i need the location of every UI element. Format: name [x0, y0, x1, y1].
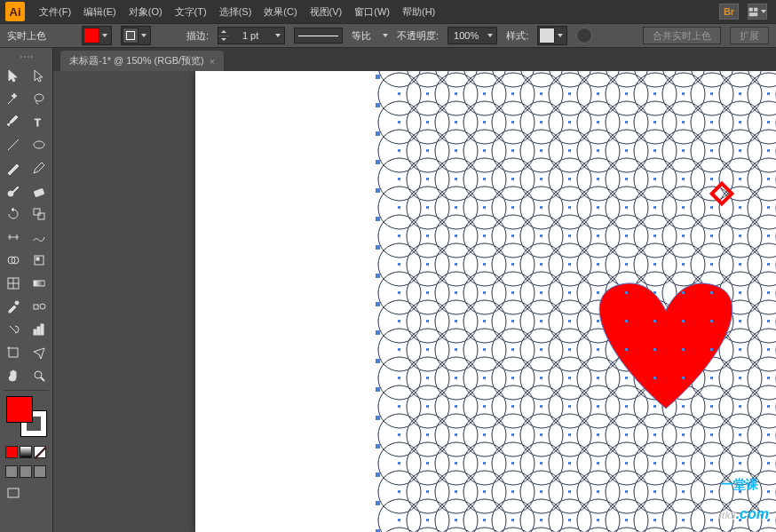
svg-rect-423 [568, 206, 571, 209]
svg-rect-375 [568, 121, 571, 123]
menu-file[interactable]: 文件(F) [34, 3, 76, 21]
magic-wand-icon[interactable] [0, 87, 27, 110]
opacity-input[interactable] [447, 27, 497, 44]
document-tab-bar: 未标题-1* @ 150% (RGB/预览) × [53, 48, 776, 71]
mesh-icon[interactable] [0, 272, 27, 295]
pencil-icon[interactable] [27, 156, 53, 179]
svg-rect-583 [568, 490, 571, 493]
scale-icon[interactable] [27, 202, 53, 226]
svg-rect-394 [653, 149, 656, 152]
svg-rect-458 [653, 263, 656, 266]
live-paint-icon[interactable] [27, 249, 53, 272]
menu-view[interactable]: 视图(V) [305, 3, 348, 21]
svg-rect-325 [376, 217, 380, 221]
direct-selection-icon[interactable] [27, 64, 53, 87]
svg-line-29 [41, 377, 44, 381]
svg-rect-414 [767, 178, 770, 180]
style-swatch[interactable] [537, 26, 567, 45]
svg-rect-574 [767, 462, 770, 465]
expand-button[interactable]: 扩展 [730, 27, 769, 44]
solid-color-icon[interactable] [5, 446, 18, 458]
width-icon[interactable] [0, 226, 27, 249]
eraser-icon[interactable] [27, 179, 53, 202]
svg-rect-476 [710, 291, 713, 294]
eyedropper-icon[interactable] [0, 295, 27, 318]
symbol-spray-icon[interactable] [0, 318, 27, 341]
ellipse-icon[interactable] [27, 133, 53, 156]
brush-icon[interactable] [0, 156, 27, 179]
canvas[interactable]: 一堂课 itk3.com [53, 71, 776, 532]
fill-stroke-control[interactable] [6, 396, 47, 437]
scale-label: 等比 [352, 29, 371, 43]
arrange-documents-icon[interactable] [748, 4, 767, 20]
svg-rect-391 [568, 149, 571, 152]
slice-icon[interactable] [27, 341, 53, 364]
svg-rect-324 [376, 188, 380, 193]
svg-rect-587 [682, 490, 685, 493]
svg-rect-467 [455, 291, 457, 294]
menu-select[interactable]: 选择(S) [214, 3, 257, 21]
svg-rect-522 [653, 377, 656, 379]
merge-live-paint-button[interactable]: 合并实时上色 [643, 27, 721, 44]
graph-icon[interactable] [27, 318, 53, 341]
menu-help[interactable]: 帮助(H) [397, 3, 440, 21]
stroke-swatch[interactable] [121, 26, 151, 45]
menu-object[interactable]: 对象(O) [123, 3, 168, 21]
tab-close-icon[interactable]: × [210, 56, 215, 67]
svg-rect-520 [597, 377, 599, 379]
blend-icon[interactable] [27, 295, 53, 318]
menu-edit[interactable]: 编辑(E) [78, 3, 122, 21]
svg-rect-326 [376, 245, 380, 250]
svg-rect-417 [398, 206, 400, 209]
watermark: itk3.com [719, 496, 769, 525]
stroke-profile[interactable] [294, 28, 343, 44]
gradient-icon[interactable] [20, 446, 32, 458]
draw-normal-icon[interactable] [5, 465, 18, 478]
change-screen-mode-icon[interactable] [0, 481, 27, 504]
rotate-icon[interactable] [0, 202, 27, 226]
selection-icon[interactable] [0, 64, 27, 87]
svg-rect-362 [653, 92, 656, 95]
none-color-icon[interactable] [34, 446, 46, 458]
svg-rect-558 [767, 433, 770, 436]
blob-brush-icon[interactable] [0, 179, 27, 202]
document-tab[interactable]: 未标题-1* @ 150% (RGB/预览) × [60, 51, 224, 71]
svg-rect-594 [426, 519, 429, 521]
artboard-icon[interactable] [0, 341, 27, 364]
svg-rect-435 [455, 234, 457, 237]
svg-rect-509 [739, 348, 741, 351]
menu-effect[interactable]: 效果(C) [258, 3, 302, 21]
shape-builder-icon[interactable] [0, 249, 27, 272]
svg-rect-533 [511, 405, 514, 408]
zoom-icon[interactable] [27, 364, 53, 387]
bridge-icon[interactable]: Br [719, 4, 739, 20]
menu-window[interactable]: 窗口(W) [349, 3, 395, 21]
warp-icon[interactable] [27, 226, 53, 249]
draw-behind-icon[interactable] [20, 465, 32, 478]
svg-rect-392 [597, 149, 599, 152]
svg-rect-516 [483, 377, 486, 379]
mode-label: 实时上色 [7, 29, 46, 43]
draw-inside-icon[interactable] [34, 465, 46, 478]
svg-rect-2 [749, 12, 758, 16]
svg-rect-536 [597, 405, 599, 408]
artboard[interactable] [195, 71, 776, 532]
hand-icon[interactable] [0, 364, 27, 387]
gradient-icon[interactable] [27, 272, 53, 295]
fill-color-icon[interactable] [6, 396, 33, 423]
fill-swatch[interactable] [82, 26, 112, 45]
pen-icon[interactable] [0, 110, 27, 133]
svg-rect-24 [41, 324, 44, 335]
line-icon[interactable] [0, 133, 27, 156]
svg-rect-359 [568, 92, 571, 95]
lasso-icon[interactable] [27, 87, 53, 110]
artwork-circles[interactable] [195, 71, 776, 532]
svg-rect-581 [511, 490, 514, 493]
type-icon[interactable]: T [27, 110, 53, 133]
svg-rect-590 [767, 490, 770, 493]
document-setup-icon[interactable] [576, 28, 592, 44]
menu-type[interactable]: 文字(T) [170, 3, 212, 21]
stroke-weight-input[interactable] [218, 27, 285, 44]
svg-rect-572 [710, 462, 713, 465]
panel-grip[interactable] [0, 53, 52, 60]
